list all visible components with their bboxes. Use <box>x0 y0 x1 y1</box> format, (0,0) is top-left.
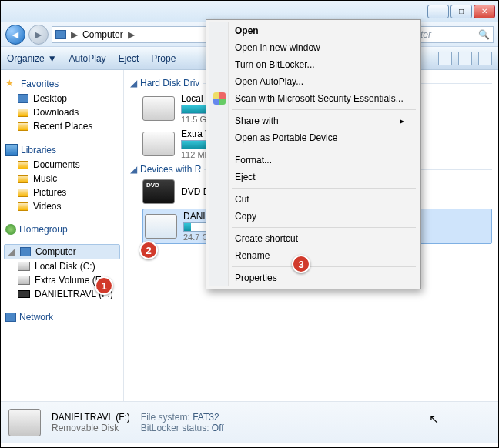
menu-share-with[interactable]: Share with▸ <box>209 112 418 129</box>
homegroup-header[interactable]: Homegroup <box>5 224 120 235</box>
sidebar-desktop[interactable]: Desktop <box>4 92 120 105</box>
disk-icon <box>18 276 30 285</box>
separator <box>232 188 416 189</box>
menu-cut[interactable]: Cut <box>209 191 418 208</box>
shield-icon <box>213 92 226 105</box>
menu-create-shortcut[interactable]: Create shortcut <box>209 230 418 247</box>
details-name: DANIELTRAVL (F:) <box>52 412 130 423</box>
autoplay-button[interactable]: AutoPlay <box>69 53 106 64</box>
view-options-icon[interactable] <box>438 52 452 65</box>
separator <box>232 109 416 110</box>
chevron-right-icon: ▶ <box>128 29 135 40</box>
close-button[interactable]: ✕ <box>474 5 495 18</box>
disk-icon <box>142 132 175 156</box>
menu-eject[interactable]: Eject <box>209 169 418 186</box>
menu-open[interactable]: Open <box>209 22 418 39</box>
chevron-down-icon: ◢ <box>130 78 137 89</box>
details-bl-key: BitLocker status: <box>141 423 209 433</box>
properties-button[interactable]: Prope <box>151 53 176 64</box>
desktop-icon <box>18 94 28 103</box>
menu-bitlocker[interactable]: Turn on BitLocker... <box>209 56 418 73</box>
details-fs-key: File system: <box>141 412 190 423</box>
disk-icon <box>142 96 175 121</box>
usb-drive-icon <box>145 214 177 239</box>
menu-format[interactable]: Format... <box>209 152 418 169</box>
preview-pane-icon[interactable] <box>458 52 472 65</box>
sidebar-videos[interactable]: Videos <box>4 199 120 213</box>
menu-open-new-window[interactable]: Open in new window <box>209 39 418 56</box>
folder-icon <box>18 122 28 131</box>
menu-properties[interactable]: Properties <box>209 269 418 286</box>
context-menu: Open Open in new window Turn on BitLocke… <box>206 19 421 289</box>
details-type: Removable Disk <box>52 423 130 433</box>
menu-open-portable[interactable]: Open as Portable Device <box>209 129 418 146</box>
videos-icon <box>18 202 28 211</box>
usb-icon <box>18 290 30 298</box>
back-button[interactable]: ◄ <box>5 25 25 45</box>
star-icon: ★ <box>5 78 18 90</box>
sidebar-local-disk[interactable]: Local Disk (C:) <box>4 259 120 273</box>
navigation-pane: ★Favorites Desktop Downloads Recent Plac… <box>1 70 124 401</box>
details-bl-value: Off <box>212 423 224 433</box>
sidebar-pictures[interactable]: Pictures <box>4 186 120 199</box>
separator <box>232 149 416 149</box>
network-header[interactable]: Network <box>5 312 120 323</box>
sidebar-computer[interactable]: ◢Computer <box>4 244 120 259</box>
music-icon <box>18 175 28 183</box>
sidebar-recent[interactable]: Recent Places <box>4 119 120 133</box>
minimize-button[interactable]: — <box>427 5 449 18</box>
chevron-right-icon: ▸ <box>400 115 404 126</box>
folder-icon <box>18 109 28 117</box>
favorites-header[interactable]: ★Favorites <box>5 78 120 90</box>
cursor-icon: ↖ <box>429 412 439 426</box>
annotation-badge-2: 2 <box>139 241 158 259</box>
menu-copy[interactable]: Copy <box>209 208 418 225</box>
search-icon: 🔍 <box>478 29 490 40</box>
menu-scan-security[interactable]: Scan with Microsoft Security Essentials.… <box>209 90 418 107</box>
documents-icon <box>18 161 28 169</box>
chevron-right-icon: ▶ <box>71 29 78 40</box>
forward-button[interactable]: ► <box>28 25 49 45</box>
chevron-down-icon: ◢ <box>8 246 15 257</box>
chevron-down-icon: ▼ <box>48 53 57 64</box>
maximize-button[interactable]: □ <box>450 5 472 18</box>
annotation-badge-1: 1 <box>95 276 113 295</box>
homegroup-icon <box>5 224 16 235</box>
breadcrumb-computer[interactable]: Computer <box>82 29 123 40</box>
dvd-icon: DVD <box>142 179 175 204</box>
menu-rename[interactable]: Rename <box>209 247 418 264</box>
computer-icon <box>55 30 66 39</box>
sidebar-downloads[interactable]: Downloads <box>4 105 120 119</box>
eject-button[interactable]: Eject <box>119 53 139 64</box>
libraries-header[interactable]: Libraries <box>5 144 120 156</box>
sidebar-music[interactable]: Music <box>4 172 120 186</box>
menu-open-autoplay[interactable]: Open AutoPlay... <box>209 73 418 90</box>
sidebar-documents[interactable]: Documents <box>4 158 120 172</box>
chevron-down-icon: ◢ <box>130 164 137 175</box>
pictures-icon <box>18 189 28 197</box>
network-icon <box>5 313 16 322</box>
details-fs-value: FAT32 <box>193 412 219 423</box>
annotation-badge-3: 3 <box>292 255 310 273</box>
separator <box>232 227 416 228</box>
computer-icon <box>20 247 31 256</box>
usb-drive-icon <box>8 409 41 436</box>
details-pane: DANIELTRAVL (F:) Removable Disk File sys… <box>1 401 498 443</box>
help-icon[interactable] <box>478 52 492 65</box>
libraries-icon <box>5 144 18 156</box>
organize-menu[interactable]: Organize▼ <box>7 53 57 64</box>
separator <box>232 266 416 267</box>
disk-icon <box>18 262 30 271</box>
